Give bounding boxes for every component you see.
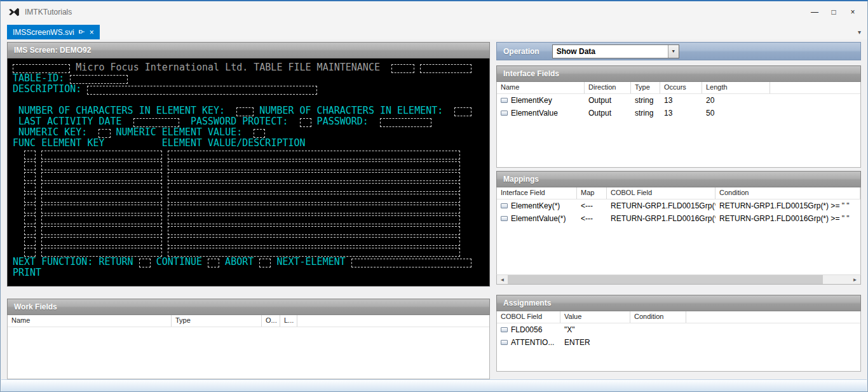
minimize-button[interactable]: — — [805, 5, 824, 19]
mappings-table-body: ElementKey(*) <--- RETURN-GRP1.FLD0015Gr… — [497, 199, 860, 274]
terminal-input-field[interactable] — [24, 226, 36, 235]
table-row[interactable]: FLD0056 "X" — [497, 323, 860, 336]
terminal-input-field[interactable] — [24, 183, 36, 192]
terminal-input-field[interactable] — [208, 259, 219, 267]
terminal-input-field[interactable] — [139, 259, 151, 267]
terminal-input-field[interactable] — [254, 129, 265, 138]
terminal-input-field[interactable] — [420, 64, 471, 73]
table-row[interactable]: ElementKey(*) <--- RETURN-GRP1.FLD0015Gr… — [497, 199, 860, 212]
terminal-input-field[interactable] — [351, 259, 472, 267]
splitter-horizontal[interactable] — [7, 287, 490, 299]
column-header-map[interactable]: Map — [577, 187, 607, 199]
ims-terminal[interactable]: Micro Focus International Ltd. TABLE FIL… — [7, 58, 490, 287]
work-fields-table-body[interactable] — [8, 327, 489, 379]
terminal-input-field[interactable] — [41, 172, 162, 181]
terminal-input-field[interactable] — [168, 161, 461, 170]
terminal-line — [13, 235, 484, 246]
terminal-input-field[interactable] — [41, 183, 162, 192]
terminal-input-field[interactable] — [24, 151, 36, 159]
mappings-table-header: Interface Field Map COBOL Field Conditio… — [497, 187, 860, 199]
terminal-input-field[interactable] — [41, 205, 162, 213]
column-header-condition[interactable]: Condition — [715, 187, 860, 199]
interface-fields-table: Name Direction Type Occurs Length Elemen… — [496, 82, 861, 168]
terminal-input-field[interactable] — [24, 205, 36, 213]
terminal-input-field[interactable] — [41, 248, 162, 257]
tab-label: IMSScreenWS.svi — [13, 28, 74, 37]
column-header-length[interactable]: L... — [280, 315, 297, 327]
terminal-input-field[interactable] — [24, 161, 36, 170]
terminal-line — [13, 203, 484, 213]
table-row[interactable]: ElementKey Output string 13 20 — [497, 94, 860, 107]
terminal-input-field[interactable] — [41, 237, 162, 246]
column-header-cobol-field[interactable]: COBOL Field — [607, 187, 715, 199]
column-header-value[interactable]: Value — [560, 311, 630, 323]
terminal-input-field[interactable] — [454, 107, 471, 116]
close-button[interactable]: × — [843, 5, 862, 19]
terminal-input-field[interactable] — [41, 194, 162, 203]
column-header-condition[interactable]: Condition — [630, 311, 686, 323]
terminal-input-field[interactable] — [87, 86, 316, 95]
terminal-input-field[interactable] — [24, 248, 36, 257]
terminal-input-field[interactable] — [41, 226, 162, 235]
scroll-left-icon[interactable]: ◄ — [497, 275, 508, 284]
terminal-input-field[interactable] — [168, 183, 461, 192]
terminal-line: DESCRIPTION: — [13, 84, 484, 95]
scrollbar-thumb[interactable] — [508, 275, 823, 284]
terminal-text — [13, 170, 24, 181]
terminal-input-field[interactable] — [168, 205, 461, 213]
terminal-input-field[interactable] — [391, 64, 414, 73]
terminal-text: LAST ACTIVITY DATE — [13, 116, 133, 127]
column-header-type[interactable]: Type — [172, 315, 262, 327]
terminal-input-field[interactable] — [24, 237, 36, 246]
scroll-right-icon[interactable]: ► — [850, 275, 860, 284]
column-header-name[interactable]: Name — [8, 315, 172, 327]
terminal-text — [162, 170, 168, 181]
terminal-input-field[interactable] — [168, 194, 461, 203]
column-header-occurs[interactable]: Occurs — [660, 82, 702, 93]
terminal-input-field[interactable] — [168, 172, 461, 181]
terminal-text — [36, 202, 41, 213]
scrollbar-track[interactable] — [508, 275, 850, 284]
terminal-input-field[interactable] — [133, 118, 179, 127]
document-tab-strip: IMSScreenWS.svi × ▾ — [1, 23, 867, 39]
column-header-direction[interactable]: Direction — [585, 82, 631, 93]
terminal-input-field[interactable] — [24, 215, 36, 224]
terminal-input-field[interactable] — [70, 75, 127, 84]
terminal-input-field[interactable] — [168, 248, 461, 257]
terminal-input-field[interactable] — [168, 226, 461, 235]
terminal-input-field[interactable] — [41, 215, 162, 224]
terminal-input-field[interactable] — [168, 151, 461, 159]
tab-imsscreenws[interactable]: IMSScreenWS.svi × — [7, 25, 100, 39]
tab-overflow-chevron-icon[interactable]: ▾ — [858, 29, 861, 36]
tab-close-icon[interactable]: × — [90, 29, 94, 36]
map-arrow-cell: <--- — [577, 201, 607, 210]
table-row[interactable]: ElementValue(*) <--- RETURN-GRP1.FLD0016… — [497, 212, 860, 225]
terminal-text: FUNC ELEMENT KEY ELEMENT VALUE/DESCRIPTI… — [13, 137, 306, 149]
terminal-input-field[interactable] — [24, 194, 36, 203]
terminal-input-field[interactable] — [98, 129, 110, 138]
terminal-input-field[interactable] — [300, 118, 311, 127]
column-header-interface-field[interactable]: Interface Field — [497, 187, 577, 199]
terminal-input-field[interactable] — [168, 237, 461, 246]
table-row[interactable]: ElementValue Output string 13 50 — [497, 107, 860, 119]
column-header-occurs[interactable]: O... — [262, 315, 280, 327]
terminal-input-field[interactable] — [168, 215, 461, 224]
operation-select[interactable]: Show Data ▼ — [552, 44, 679, 58]
column-header-name[interactable]: Name — [497, 82, 585, 93]
terminal-text — [13, 213, 24, 224]
column-header-type[interactable]: Type — [631, 82, 660, 93]
terminal-input-field[interactable] — [24, 172, 36, 181]
pin-icon[interactable] — [79, 28, 85, 37]
terminal-input-field[interactable] — [41, 161, 162, 170]
terminal-input-field[interactable] — [41, 151, 162, 159]
horizontal-scrollbar[interactable]: ◄ ► — [496, 274, 861, 285]
terminal-input-field[interactable] — [236, 107, 254, 116]
table-row[interactable]: ATTENTIO... ENTER — [497, 336, 860, 349]
terminal-input-field[interactable] — [380, 118, 431, 127]
terminal-input-field[interactable] — [259, 259, 271, 267]
maximize-button[interactable]: □ — [824, 5, 843, 19]
column-header-cobol-field[interactable]: COBOL Field — [497, 311, 560, 323]
combo-dropdown-icon[interactable]: ▼ — [668, 45, 679, 58]
terminal-input-field[interactable] — [13, 64, 70, 73]
column-header-length[interactable]: Length — [702, 82, 770, 93]
